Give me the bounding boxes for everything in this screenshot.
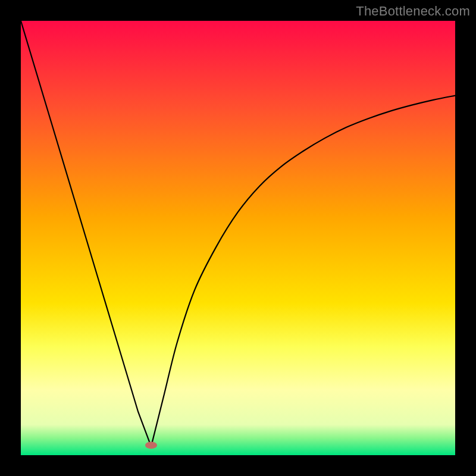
- minimum-marker: [145, 441, 157, 449]
- chart-plot-area: [21, 21, 455, 455]
- chart-svg: [21, 21, 455, 455]
- chart-frame: TheBottleneck.com: [0, 0, 476, 476]
- citation-label: TheBottleneck.com: [356, 4, 470, 19]
